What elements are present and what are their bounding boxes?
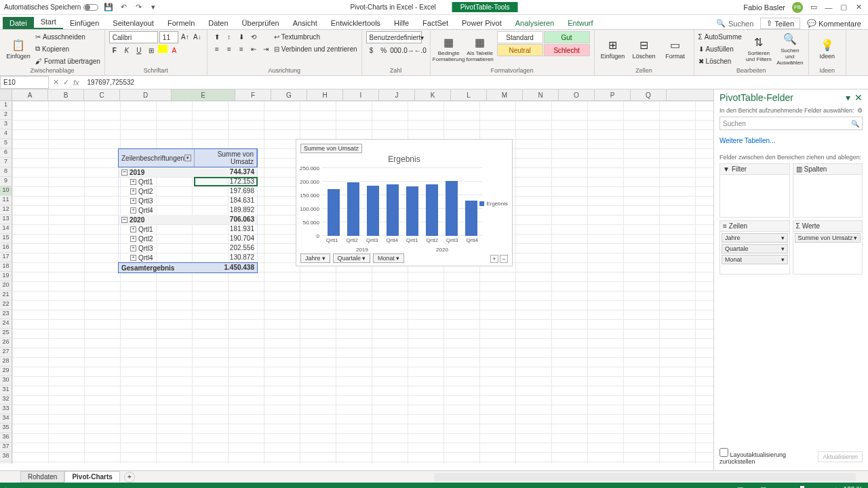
row-header[interactable]: 22 [0,300,12,310]
row-header[interactable]: 8 [0,167,12,177]
col-header[interactable]: G [271,89,307,100]
sheet-tab-rohdaten[interactable]: Rohdaten [20,471,64,483]
conditional-format-button[interactable]: ▦Bedingte Formatierung [435,31,463,66]
insert-cells-button[interactable]: ⊞Einfügen [599,31,627,66]
align-middle-icon[interactable]: ↕ [224,31,235,42]
clear-button[interactable]: ✖Löschen [698,56,742,66]
horizontal-scrollbar[interactable] [434,473,856,481]
row-header[interactable]: 6 [0,148,12,158]
row-field-item[interactable]: Quartale▾ [722,244,788,253]
pivot-row[interactable]: −2019744.374 [118,167,258,177]
col-header[interactable]: B [48,89,84,100]
chart-filter-month[interactable]: Monat▾ [373,253,404,263]
add-sheet-button[interactable]: + [124,472,135,483]
gear-icon[interactable]: ⚙ [857,107,863,114]
save-icon[interactable]: 💾 [104,3,113,12]
tab-file[interactable]: Datei [3,17,34,29]
avatar[interactable]: FB [792,2,803,13]
row-header[interactable]: 15 [0,234,12,243]
col-header[interactable]: D [120,89,172,100]
expand-icon[interactable]: + [130,188,136,195]
col-header[interactable]: A [12,89,48,100]
fx-icon[interactable]: fx [73,79,79,87]
tab-view[interactable]: Ansicht [286,17,324,29]
row-header[interactable]: 12 [0,205,12,215]
chart-bar[interactable] [367,186,379,236]
row-header[interactable]: 26 [0,338,12,348]
field-pane-options-icon[interactable]: ▾ [846,92,850,103]
collapse-icon[interactable]: − [121,217,127,223]
expand-icon[interactable]: + [130,236,136,242]
row-header[interactable]: 13 [0,215,12,224]
row-header[interactable]: 14 [0,224,12,234]
tab-developer[interactable]: Entwicklertools [324,17,387,29]
style-neutral[interactable]: Neutral [497,44,543,56]
col-header[interactable]: O [559,89,595,100]
col-header[interactable]: H [307,89,343,100]
format-painter-button[interactable]: 🖌Format übertragen [35,56,100,66]
view-pagelayout-icon[interactable]: ▭ [749,486,755,489]
zoom-level[interactable]: 100 % [844,486,863,489]
wrap-text-button[interactable]: ↩Textumbruch [274,31,357,42]
row-header[interactable]: 1 [0,101,12,110]
expand-icon[interactable]: + [130,179,136,185]
align-bottom-icon[interactable]: ⬇ [236,31,247,42]
col-header[interactable]: E [172,89,235,100]
formula-input[interactable]: 197697,725532 [83,76,868,89]
cancel-formula-icon[interactable]: ✕ [53,78,59,87]
row-header[interactable]: 21 [0,291,12,300]
row-header[interactable]: 7 [0,158,12,167]
row-header[interactable]: 25 [0,329,12,338]
col-header[interactable]: P [595,89,631,100]
row-header[interactable]: 5 [0,139,12,148]
filter-area[interactable]: ▼Filter [719,163,790,218]
pivot-row[interactable]: +Qrtl3184.631 [118,196,258,205]
col-header[interactable]: C [84,89,120,100]
chart-bar[interactable] [347,182,359,236]
enter-formula-icon[interactable]: ✓ [63,78,69,87]
dec-decimal-icon[interactable]: ←.0 [415,45,426,56]
paste-button[interactable]: 📋 Einfügen [4,31,33,66]
row-header[interactable]: 27 [0,348,12,357]
sheet-tab-pivotcharts[interactable]: Pivot-Charts [64,471,119,483]
row-header[interactable]: 18 [0,262,12,272]
format-as-table-button[interactable]: ▦Als Tabelle formatieren [466,31,494,66]
tab-help[interactable]: Hilfe [387,17,416,29]
expand-icon[interactable]: + [130,207,136,214]
copy-button[interactable]: ⧉Kopieren [35,43,100,54]
tab-data[interactable]: Daten [201,17,235,29]
row-header[interactable]: 16 [0,243,12,253]
increase-font-icon[interactable]: A↑ [180,31,191,42]
currency-icon[interactable]: $ [366,45,377,56]
chart-collapse-icon[interactable]: − [500,255,508,263]
filter-dropdown-icon[interactable]: ▾ [184,155,191,161]
sort-filter-button[interactable]: ⇅Sortieren und Filtern [745,31,773,66]
comments-button[interactable]: 💬Kommentare [807,19,861,28]
expand-icon[interactable]: + [130,198,136,204]
tab-factset[interactable]: FactSet [416,17,455,29]
cut-button[interactable]: ✂Ausschneiden [35,31,100,42]
row-header[interactable]: 4 [0,129,12,139]
row-header[interactable]: 24 [0,319,12,329]
pivot-chart[interactable]: Summe von Umsatz Ergebnis 050.000100.000… [296,139,513,266]
value-field-item[interactable]: Summe von Umsatz▾ [795,233,861,243]
row-header[interactable]: 31 [0,386,12,395]
expand-icon[interactable]: + [130,245,136,251]
maximize-icon[interactable]: ▢ [840,3,848,12]
delete-cells-button[interactable]: ⊟Löschen [630,31,658,66]
font-size-select[interactable]: 11 [159,31,178,43]
fill-color-button[interactable] [158,45,167,53]
style-schlecht[interactable]: Schlecht [544,44,590,56]
find-select-button[interactable]: 🔍Suchen und Auswählen [776,31,804,66]
row-header[interactable]: 20 [0,281,12,291]
indent-dec-icon[interactable]: ⇤ [248,43,259,54]
row-header[interactable]: 36 [0,433,12,443]
col-header[interactable]: I [343,89,379,100]
row-header[interactable]: 3 [0,120,12,129]
worksheet-grid[interactable]: A B C D E F G H I J K L M N O P Q 123456… [0,89,713,470]
format-cells-button[interactable]: ▭Format [661,31,690,66]
record-macro-icon[interactable]: ▶ [5,486,11,489]
field-search-input[interactable]: Suchen🔍 [719,117,863,130]
defer-layout-checkbox[interactable]: Layoutaktualisierung zurückstellen [719,448,818,465]
field-pane-close-icon[interactable]: ✕ [854,92,863,103]
